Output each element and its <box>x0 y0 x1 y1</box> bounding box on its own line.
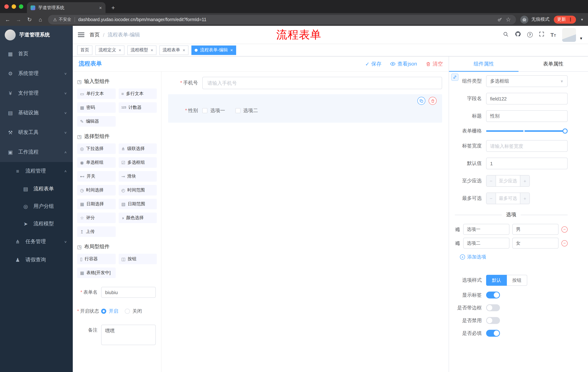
chevron-down-icon[interactable]: ▼ <box>580 18 584 21</box>
label-width-input[interactable] <box>486 140 568 152</box>
link-button[interactable] <box>451 74 459 81</box>
remove-option-button[interactable]: − <box>561 226 568 233</box>
show-label-toggle[interactable] <box>486 292 500 298</box>
min-select-value[interactable]: 至少应选 <box>496 175 520 186</box>
option-name-input[interactable] <box>463 238 509 249</box>
caret-down-icon[interactable]: ▼ <box>579 36 583 40</box>
palette-item-row-container[interactable]: ▯行容器 <box>77 254 116 264</box>
tag-process-model[interactable]: 流程模型 × <box>127 45 157 55</box>
palette-item-time-range[interactable]: ◴时间范围 <box>118 185 157 195</box>
tag-process-form[interactable]: 流程表单 × <box>159 45 189 55</box>
new-tab-button[interactable]: + <box>111 5 115 11</box>
max-select-stepper[interactable]: − 最多可选 + <box>486 192 530 204</box>
back-icon[interactable]: ← <box>4 16 11 22</box>
palette-item-table[interactable]: ▦表格[开发中] <box>77 267 116 278</box>
palette-item-time-picker[interactable]: ◷时间选择 <box>77 185 116 195</box>
form-name-input[interactable] <box>101 287 156 298</box>
window-close-button[interactable] <box>4 4 9 9</box>
search-icon[interactable] <box>503 31 509 38</box>
option-value-input[interactable] <box>512 238 558 249</box>
phone-field-row[interactable]: 手机号 <box>168 77 442 89</box>
save-button[interactable]: ✓ 保存 <box>365 61 381 67</box>
sidebar-item-workflow[interactable]: ▣ 工作流程 ∧ <box>0 142 73 162</box>
palette-item-multi-text[interactable]: ≡多行文本 <box>118 88 157 99</box>
plus-icon[interactable]: + <box>520 193 529 204</box>
title-input[interactable] <box>486 110 568 122</box>
menu-kebab-icon[interactable]: ⋮ <box>568 17 573 22</box>
style-button-button[interactable]: 按钮 <box>507 275 527 286</box>
default-value-input[interactable] <box>486 158 568 169</box>
palette-item-color-picker[interactable]: ◑颜色选择 <box>118 213 157 223</box>
tag-process-definition[interactable]: 流程定义 × <box>95 45 125 55</box>
palette-item-date-range[interactable]: ▧日期范围 <box>118 199 157 209</box>
status-on-radio[interactable]: 开启 <box>101 306 118 317</box>
add-option-button[interactable]: + 添加选项 <box>460 254 486 260</box>
font-size-icon[interactable]: TT <box>551 32 556 38</box>
home-icon[interactable]: ⌂ <box>37 16 44 22</box>
sidebar-item-system[interactable]: ⚙ 系统管理 ∨ <box>0 64 73 83</box>
tag-process-form-edit[interactable]: 流程表单-编辑 × <box>191 45 236 55</box>
remark-textarea[interactable]: 嘿嘿 <box>101 325 156 345</box>
gender-option-1[interactable]: 选项一 <box>202 107 225 114</box>
close-icon[interactable]: × <box>119 47 121 53</box>
forward-icon[interactable]: → <box>15 16 22 22</box>
tag-home[interactable]: 首页 <box>77 45 92 55</box>
required-toggle[interactable] <box>486 330 500 337</box>
disabled-toggle[interactable] <box>486 317 500 324</box>
close-icon[interactable]: × <box>183 47 185 53</box>
window-zoom-button[interactable] <box>19 4 23 9</box>
component-type-select[interactable]: 多选框组 ▼ <box>486 75 568 87</box>
palette-item-date-picker[interactable]: ▦日期选择 <box>77 199 116 209</box>
palette-item-counter[interactable]: 123计数器 <box>118 102 157 113</box>
minus-icon[interactable]: − <box>486 193 496 204</box>
password-key-icon[interactable] <box>497 17 502 22</box>
tab-form-props[interactable]: 表单属性 <box>518 56 588 71</box>
sidebar-item-process-management[interactable]: ≡ 流程管理 ∧ <box>0 162 73 180</box>
sidebar-item-infrastructure[interactable]: ▤ 基础设施 ∨ <box>0 103 73 123</box>
checkbox-icon[interactable] <box>235 108 240 113</box>
style-default-button[interactable]: 默认 <box>486 275 507 286</box>
palette-item-checkbox-group[interactable]: ☑多选框组 <box>118 157 157 168</box>
remove-option-button[interactable]: − <box>561 240 568 246</box>
tab-close-icon[interactable]: × <box>99 5 102 10</box>
plus-icon[interactable]: + <box>520 175 529 186</box>
window-minimize-button[interactable] <box>12 4 16 9</box>
fullscreen-icon[interactable] <box>539 31 544 38</box>
palette-item-select[interactable]: ◎下拉选择 <box>77 143 116 154</box>
copy-component-button[interactable] <box>417 97 425 105</box>
grid-slider[interactable] <box>486 130 565 132</box>
github-icon[interactable] <box>515 31 521 39</box>
palette-item-slider[interactable]: ⊸滑块 <box>118 171 157 182</box>
palette-item-radio-group[interactable]: ◉单选框组 <box>77 157 116 168</box>
min-select-stepper[interactable]: − 至少应选 + <box>486 175 530 187</box>
bookmark-star-icon[interactable]: ☆ <box>505 16 511 23</box>
help-icon[interactable]: ? <box>527 32 533 37</box>
close-icon[interactable]: × <box>230 47 233 53</box>
drag-handle-icon[interactable] <box>455 240 460 246</box>
option-name-input[interactable] <box>463 224 509 235</box>
border-toggle[interactable] <box>486 304 500 311</box>
minus-icon[interactable]: − <box>486 175 496 186</box>
palette-item-editor[interactable]: ✎编辑器 <box>77 116 116 127</box>
slider-handle[interactable] <box>563 128 568 134</box>
selected-component-gender[interactable]: 性别 选项一 选项二 <box>168 94 442 123</box>
address-bar[interactable]: ⚠ 不安全 dashboard.yudao.iocoder.cn/bpm/man… <box>48 15 516 24</box>
breadcrumb-home[interactable]: 首页 <box>90 32 100 38</box>
sidebar-item-home[interactable]: ▦ 首页 <box>0 44 73 64</box>
security-status[interactable]: ⚠ 不安全 <box>53 17 71 22</box>
gender-option-2[interactable]: 选项二 <box>235 107 258 114</box>
sidebar-item-process-form[interactable]: ▤ 流程表单 <box>0 180 73 198</box>
palette-item-switch[interactable]: ⊷开关 <box>77 171 116 182</box>
sidebar-item-devtools[interactable]: ⚒ 研发工具 ∨ <box>0 123 73 142</box>
sidebar-item-process-model[interactable]: ➤ 流程模型 <box>0 215 73 233</box>
palette-item-upload[interactable]: ↥上传 <box>77 226 116 237</box>
drag-handle-icon[interactable] <box>455 227 460 232</box>
sidebar-item-task-management[interactable]: ⋔ 任务管理 ∨ <box>0 233 73 251</box>
checkbox-icon[interactable] <box>202 108 207 113</box>
browser-tab[interactable]: 芋道管理系统 × <box>27 2 105 13</box>
palette-item-single-text[interactable]: ▭单行文本 <box>77 88 116 99</box>
palette-item-rate[interactable]: ☆评分 <box>77 213 116 223</box>
palette-item-password[interactable]: ▩密码 <box>77 102 116 113</box>
field-name-input[interactable] <box>486 93 568 105</box>
palette-item-cascader[interactable]: ⋔级联选择 <box>118 143 157 154</box>
